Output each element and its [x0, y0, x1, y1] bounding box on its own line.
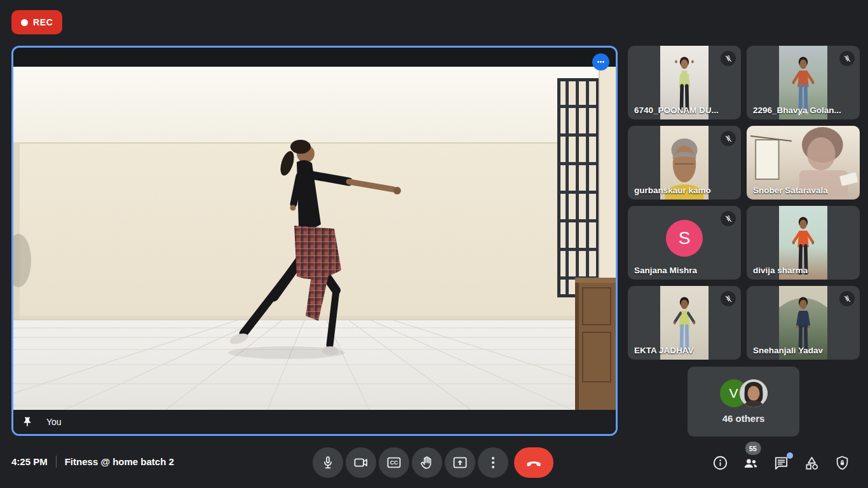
participants-panel: 6740_POONAM DU... 2296_Bhavya Golan...	[628, 46, 860, 360]
avatar	[740, 379, 768, 407]
end-call-button[interactable]	[514, 447, 553, 478]
videocam-icon	[353, 454, 369, 471]
mic-button[interactable]	[313, 447, 343, 478]
self-name-bar: You	[13, 410, 616, 434]
raise-hand-button[interactable]	[412, 447, 442, 478]
chat-notification-dot	[787, 452, 793, 459]
meeting-info: 4:25 PM Fitness @ home batch 2	[11, 456, 174, 468]
clock-time: 4:25 PM	[11, 456, 48, 467]
participant-name: 6740_POONAM DU...	[634, 105, 719, 115]
pin-icon	[22, 416, 33, 428]
people-icon	[742, 454, 759, 471]
participant-tile[interactable]: EKTA JADHAV	[628, 286, 741, 360]
participant-tile[interactable]: 6740_POONAM DU...	[628, 46, 741, 119]
mic-off-icon	[721, 211, 736, 226]
participant-tile[interactable]: Snober Sataravala	[747, 126, 860, 200]
info-button[interactable]	[710, 447, 730, 478]
others-tile[interactable]: V 46 others	[688, 367, 799, 437]
more-options-button[interactable]	[478, 447, 508, 478]
participant-name: Snehanjali Yadav	[753, 346, 823, 355]
tile-options-button[interactable]	[592, 53, 609, 71]
self-video	[13, 67, 616, 410]
recording-dot-icon	[21, 19, 28, 26]
avatar: S	[666, 220, 703, 257]
participant-name: Sanjana Mishra	[634, 266, 697, 275]
people-count-badge: 55	[745, 442, 761, 455]
present-button[interactable]	[445, 447, 475, 478]
mic-off-icon	[721, 291, 736, 306]
participant-name: divija sharma	[753, 266, 808, 275]
activities-icon	[803, 454, 820, 471]
camera-button[interactable]	[346, 447, 376, 478]
right-controls: 55	[710, 447, 852, 478]
people-button[interactable]: 55	[741, 447, 761, 478]
activities-button[interactable]	[802, 447, 822, 478]
main-video-tile[interactable]: You	[11, 46, 618, 436]
host-controls-icon	[834, 454, 851, 471]
recording-label: REC	[33, 17, 53, 27]
info-icon	[712, 454, 729, 471]
recording-badge: REC	[11, 10, 62, 34]
participant-tile[interactable]: 2296_Bhavya Golan...	[747, 46, 860, 119]
participant-tile[interactable]: divija sharma	[747, 206, 860, 280]
present-screen-icon	[452, 454, 468, 471]
participant-name: Snober Sataravala	[753, 186, 828, 195]
more-options-icon	[485, 454, 501, 471]
self-label: You	[46, 417, 62, 427]
host-controls-button[interactable]	[832, 447, 852, 478]
participant-tile[interactable]: S Sanjana Mishra	[628, 206, 741, 280]
others-count-label: 46 others	[722, 413, 765, 424]
participant-name: gurbanskaur kamo	[634, 186, 711, 195]
participant-tile[interactable]: Snehanjali Yadav	[747, 286, 860, 360]
separator	[56, 456, 57, 468]
svg-text:CC: CC	[390, 459, 398, 466]
end-call-icon	[526, 454, 542, 471]
participant-tile[interactable]: gurbanskaur kamo	[628, 126, 741, 200]
mic-off-icon	[839, 291, 855, 306]
raise-hand-icon	[419, 454, 435, 471]
mic-icon	[320, 454, 336, 471]
chat-button[interactable]	[771, 447, 791, 478]
mic-off-icon	[721, 131, 736, 146]
call-controls: CC	[313, 447, 553, 478]
participant-name: EKTA JADHAV	[634, 346, 694, 355]
captions-icon: CC	[386, 454, 402, 471]
mic-off-icon	[721, 51, 736, 66]
captions-button[interactable]: CC	[379, 447, 409, 478]
participant-name: 2296_Bhavya Golan...	[753, 105, 841, 115]
mic-off-icon	[839, 51, 855, 66]
meeting-name: Fitness @ home batch 2	[65, 456, 174, 467]
